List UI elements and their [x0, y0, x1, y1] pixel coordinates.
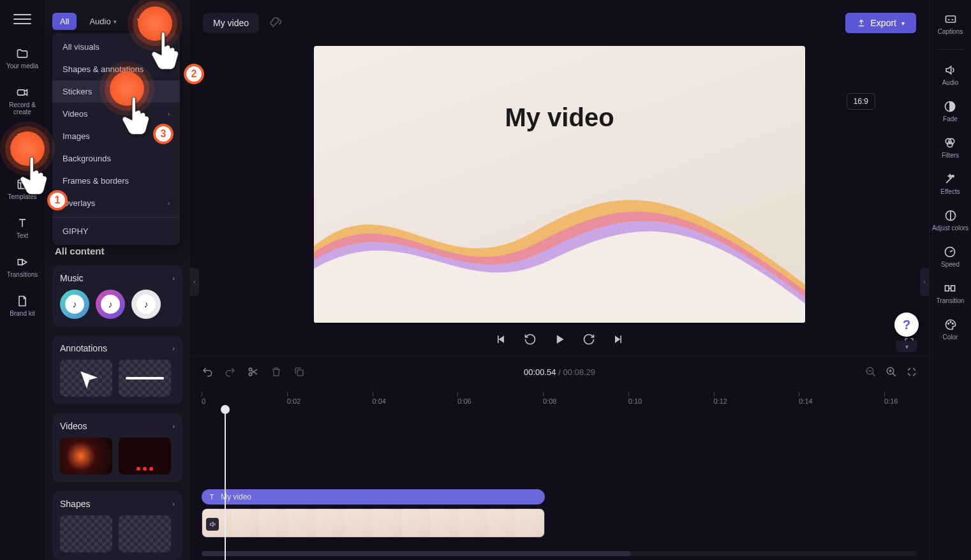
rewind-button[interactable] — [524, 333, 537, 346]
video-thumb[interactable] — [60, 438, 112, 475]
nav-brand-kit[interactable]: Brand kit — [3, 292, 41, 320]
speaker-icon — [944, 64, 956, 77]
vm-giphy[interactable]: GIPHY — [52, 220, 180, 242]
section-title: Annotations — [60, 343, 107, 353]
aspect-ratio-chip[interactable]: 16:9 — [847, 93, 875, 110]
right-rail: Captions Audio Fade Filters Effects Adju… — [929, 0, 971, 560]
right-audio[interactable]: Audio — [942, 64, 959, 86]
vm-backgrounds[interactable]: Backgrounds — [52, 147, 180, 170]
nav-transitions[interactable]: Transitions — [3, 253, 41, 281]
nav-record-create[interactable]: Record & create — [3, 84, 41, 118]
collapse-preview[interactable]: ▾ — [896, 341, 917, 352]
guide-badge-2: 2 — [184, 64, 204, 84]
nav-your-media[interactable]: Your media — [3, 45, 41, 72]
play-button[interactable] — [553, 333, 566, 346]
chevron-right-icon: › — [172, 344, 175, 352]
nav-text[interactable]: Text — [3, 214, 41, 242]
export-label: Export — [871, 18, 896, 28]
chevron-down-icon: ▾ — [901, 20, 905, 27]
split-button[interactable] — [248, 366, 259, 378]
right-label: Captions — [938, 28, 963, 35]
zoom-out-button[interactable] — [865, 366, 877, 378]
annotation-thumb-arrow[interactable]: ➤ — [60, 360, 112, 397]
ruler-tick: 0:04 — [373, 392, 386, 405]
music-thumb[interactable]: ♪ — [60, 290, 89, 319]
timeline-scrollbar[interactable] — [202, 551, 917, 556]
svg-rect-12 — [945, 16, 955, 22]
right-label: Transition — [937, 297, 965, 304]
playhead[interactable] — [225, 406, 226, 560]
svg-point-22 — [950, 321, 951, 323]
right-label: Color — [943, 334, 958, 341]
forward-button[interactable] — [582, 333, 595, 346]
svg-rect-9 — [297, 370, 303, 376]
tab-audio[interactable]: Audio ▾ — [82, 13, 124, 30]
right-effects[interactable]: Effects — [940, 173, 960, 195]
video-title-chip[interactable]: My video — [203, 13, 259, 33]
right-filters[interactable]: Filters — [942, 136, 959, 159]
skip-end-button[interactable] — [612, 333, 625, 346]
mute-icon[interactable] — [206, 518, 219, 531]
undo-button[interactable] — [202, 366, 213, 378]
transitions-icon — [16, 256, 29, 269]
preview-title-overlay: My video — [314, 103, 805, 132]
right-fade[interactable]: Fade — [943, 100, 958, 122]
help-button[interactable]: ? — [894, 313, 919, 337]
skip-start-button[interactable] — [494, 333, 507, 346]
vm-label: Videos — [63, 109, 88, 119]
right-speed[interactable]: Speed — [941, 246, 960, 268]
section-shapes-header[interactable]: Shapes › — [60, 499, 175, 509]
shape-thumb[interactable] — [60, 515, 112, 552]
hamburger-menu[interactable] — [13, 10, 31, 28]
duplicate-button[interactable] — [293, 366, 305, 378]
right-transition[interactable]: Transition — [937, 282, 965, 304]
shape-thumb[interactable] — [119, 515, 171, 552]
right-label: Adjust colors — [932, 225, 968, 232]
right-label: Audio — [942, 79, 959, 86]
ruler-tick: 0:10 — [628, 392, 642, 405]
vm-frames-borders[interactable]: Frames & borders — [52, 170, 180, 192]
svg-rect-6 — [18, 260, 22, 265]
vm-videos[interactable]: Videos › — [52, 103, 180, 125]
svg-point-21 — [947, 323, 949, 325]
ruler-tick: 0:06 — [457, 392, 471, 405]
right-collapse[interactable]: › — [920, 268, 929, 296]
music-thumb[interactable]: ♪ — [131, 290, 161, 319]
text-icon — [16, 217, 29, 230]
timeline-timecode: 00:00.54 / 00:08.29 — [524, 367, 595, 377]
preview-canvas[interactable]: My video — [314, 46, 805, 323]
section-music-header[interactable]: Music › — [60, 273, 175, 283]
redo-button[interactable] — [225, 366, 236, 378]
right-adjust-colors[interactable]: Adjust colors — [932, 209, 968, 232]
zoom-in-button[interactable] — [886, 366, 897, 378]
ruler-tick: 0:12 — [714, 392, 727, 405]
timeline: 00:00.54 / 00:08.29 00:020:040:060:080:1… — [190, 356, 929, 560]
ruler-tick: 0:08 — [543, 392, 556, 405]
music-thumb[interactable]: ♪ — [96, 290, 125, 319]
text-clip[interactable]: My video — [202, 489, 545, 505]
section-videos-header[interactable]: Videos › — [60, 421, 175, 431]
chevron-right-icon: › — [168, 110, 170, 117]
section-title: Videos — [60, 421, 87, 431]
delete-button[interactable] — [271, 366, 282, 378]
video-thumb[interactable] — [119, 438, 171, 475]
fit-zoom-button[interactable] — [906, 366, 917, 378]
cloud-sync-icon — [269, 17, 282, 29]
vm-overlays[interactable]: Overlays › — [52, 192, 180, 214]
nav-label: Your media — [6, 63, 38, 70]
timeline-tracks[interactable]: My video — [190, 406, 929, 560]
section-annotations-header[interactable]: Annotations › — [60, 343, 175, 353]
video-clip[interactable] — [202, 508, 545, 538]
preview-artwork — [314, 144, 805, 323]
svg-point-23 — [952, 323, 953, 325]
right-captions[interactable]: Captions — [938, 13, 963, 35]
export-button[interactable]: Export ▾ — [845, 13, 916, 33]
chevron-down-icon: ▾ — [114, 18, 117, 25]
tab-all[interactable]: All — [52, 13, 77, 30]
nav-label: Transitions — [7, 271, 38, 278]
right-color[interactable]: Color — [943, 318, 958, 341]
annotation-thumb-brush[interactable] — [119, 360, 171, 397]
ruler-tick: 0:02 — [287, 392, 300, 405]
timeline-ruler[interactable]: 00:020:040:060:080:100:120:140:16 — [190, 387, 929, 406]
chevron-right-icon: › — [168, 200, 170, 207]
